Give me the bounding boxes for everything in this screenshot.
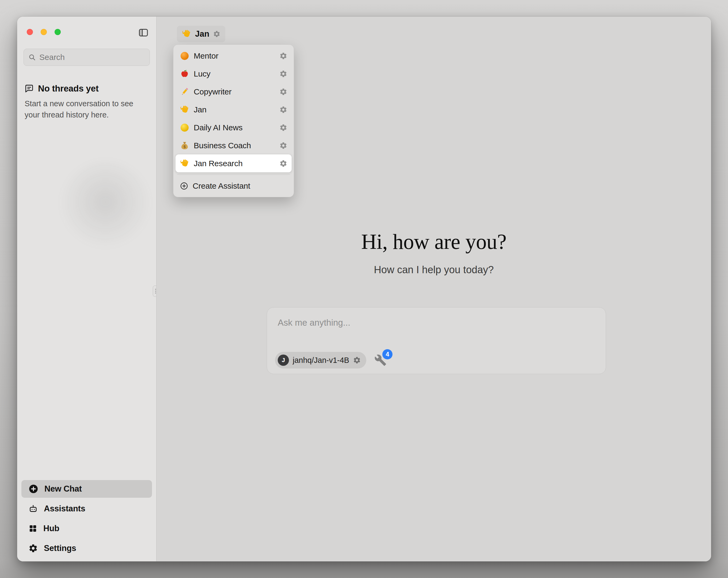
message-composer[interactable]: J janhq/Jan-v1-4B 4: [267, 307, 606, 374]
empty-state-description: Start a new conversation to see your thr…: [25, 98, 142, 120]
assistant-menu-item-lucy[interactable]: Lucy: [176, 65, 292, 83]
assistant-menu-item-mentor[interactable]: Mentor: [176, 47, 292, 65]
assistant-menu-item-label: Jan Research: [194, 159, 243, 168]
assistant-dropdown-menu: Mentor Lucy Copywriter Jan: [173, 44, 294, 197]
assistant-menu-item-jan[interactable]: Jan: [176, 101, 292, 119]
yellow-ball-icon: [180, 123, 189, 132]
current-assistant-name: Jan: [195, 29, 209, 39]
sidebar-item-settings[interactable]: Settings: [21, 539, 152, 557]
greeting: Hi, how are you? How can I help you toda…: [157, 230, 711, 276]
search-icon: [28, 53, 36, 61]
gear-icon[interactable]: [279, 106, 287, 114]
main-area: Jan Mentor Lucy Cop: [156, 17, 711, 561]
close-window-button[interactable]: [27, 29, 33, 35]
assistant-selector-button[interactable]: Jan: [177, 26, 225, 42]
assistant-menu-item-jan-research[interactable]: Jan Research: [176, 154, 292, 172]
window-controls: [27, 29, 61, 35]
chat-bubble-icon: [25, 84, 34, 93]
nav-label: Hub: [43, 524, 59, 533]
create-assistant-button[interactable]: Create Assistant: [176, 177, 292, 195]
nav-label: Assistants: [44, 504, 85, 513]
greeting-title: Hi, how are you?: [157, 230, 711, 254]
gear-icon: [28, 544, 38, 553]
waving-hand-icon: [180, 159, 189, 168]
gear-icon[interactable]: [279, 52, 287, 60]
app-window: No threads yet Start a new conversation …: [17, 17, 711, 561]
nav-label: New Chat: [45, 484, 82, 494]
orange-ball-icon: [180, 51, 189, 61]
model-selector-button[interactable]: J janhq/Jan-v1-4B: [275, 352, 366, 369]
plus-circle-icon: [28, 484, 38, 494]
assistant-menu-item-label: Mentor: [194, 51, 218, 60]
gear-icon[interactable]: [279, 88, 287, 96]
nav-label: Settings: [44, 544, 76, 553]
minimize-window-button[interactable]: [41, 29, 47, 35]
threads-empty-state: No threads yet Start a new conversation …: [25, 83, 146, 120]
sidebar-toggle-icon[interactable]: [138, 27, 149, 38]
gear-icon[interactable]: [353, 356, 361, 364]
assistant-menu-item-label: Jan: [194, 105, 207, 114]
assistant-menu-item-copywriter[interactable]: Copywriter: [176, 83, 292, 101]
sidebar-item-assistants[interactable]: Assistants: [21, 500, 152, 518]
search-field[interactable]: [24, 49, 150, 66]
create-assistant-label: Create Assistant: [192, 181, 250, 191]
sidebar-watermark: [60, 161, 151, 252]
tools-button[interactable]: 4: [374, 354, 387, 366]
grid-icon: [28, 524, 37, 533]
money-bag-icon: [180, 141, 189, 150]
assistant-menu-item-daily-ai-news[interactable]: Daily AI News: [176, 119, 292, 136]
search-input[interactable]: [39, 53, 145, 62]
tools-count-badge: 4: [382, 349, 392, 359]
plus-circle-icon: [180, 182, 188, 190]
gear-icon[interactable]: [279, 142, 287, 150]
apple-icon: [180, 69, 189, 79]
sidebar: No threads yet Start a new conversation …: [17, 17, 156, 561]
gear-icon[interactable]: [279, 70, 287, 78]
assistant-menu-item-label: Lucy: [194, 69, 211, 78]
pencil-icon: [180, 87, 189, 97]
message-input[interactable]: [278, 317, 595, 341]
gear-icon[interactable]: [279, 159, 287, 168]
assistant-menu-item-business-coach[interactable]: Business Coach: [176, 136, 292, 154]
empty-state-title: No threads yet: [38, 83, 99, 94]
gear-icon[interactable]: [279, 124, 287, 132]
waving-hand-icon: [180, 105, 189, 115]
model-name: janhq/Jan-v1-4B: [293, 356, 349, 365]
composer-toolbar: J janhq/Jan-v1-4B 4: [275, 352, 387, 369]
sidebar-nav: New Chat Assistants Hub: [21, 480, 152, 557]
sidebar-item-hub[interactable]: Hub: [21, 520, 152, 537]
new-chat-button[interactable]: New Chat: [21, 480, 152, 498]
zoom-window-button[interactable]: [55, 29, 61, 35]
model-avatar: J: [278, 355, 289, 366]
assistant-menu-item-label: Business Coach: [194, 141, 251, 150]
greeting-subtitle: How can I help you today?: [157, 264, 711, 276]
waving-hand-icon: [182, 29, 191, 39]
menu-divider: [177, 174, 290, 175]
gear-icon[interactable]: [213, 30, 220, 38]
assistant-menu-item-label: Copywriter: [194, 87, 231, 96]
robot-icon: [28, 504, 38, 513]
assistant-menu-item-label: Daily AI News: [194, 123, 242, 132]
